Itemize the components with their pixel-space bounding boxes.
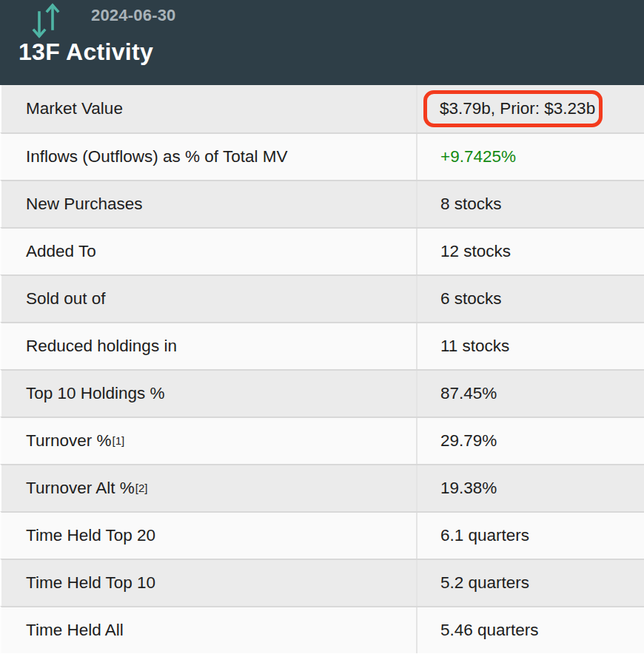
table-row-time-held-top10: Time Held Top 10 5.2 quarters (0, 559, 644, 606)
table-row-inflows: Inflows (Outflows) as % of Total MV +9.7… (0, 132, 644, 180)
row-value: 12 stocks (417, 229, 644, 274)
activity-table: Market Value $3.79b, Prior: $3.23b Inflo… (0, 85, 644, 653)
row-value: 5.46 quarters (417, 607, 644, 653)
table-row-time-held-all: Time Held All 5.46 quarters (0, 606, 644, 653)
row-label: Time Held Top 20 (1, 513, 417, 559)
row-label-text: Turnover Alt % (26, 479, 135, 498)
row-label: Market Value (1, 85, 417, 132)
row-label: Time Held Top 10 (1, 560, 417, 606)
table-row-market-value: Market Value $3.79b, Prior: $3.23b (0, 85, 644, 132)
row-value: 6 stocks (417, 276, 644, 322)
row-value: 6.1 quarters (417, 513, 644, 559)
row-value: $3.79b, Prior: $3.23b (417, 85, 644, 132)
row-label: Time Held All (1, 607, 417, 653)
table-row-turnover-alt-pct: Turnover Alt %[2] 19.38% (0, 464, 644, 511)
table-row-time-held-top20: Time Held Top 20 6.1 quarters (0, 511, 644, 559)
row-label: Added To (1, 229, 417, 274)
table-row-sold-out-of: Sold out of 6 stocks (0, 274, 644, 322)
sort-toggle-button[interactable] (28, 1, 64, 40)
table-row-new-purchases: New Purchases 8 stocks (0, 180, 644, 227)
table-row-added-to: Added To 12 stocks (0, 227, 644, 274)
row-label: Sold out of (1, 276, 417, 322)
table-row-top10-holdings-pct: Top 10 Holdings % 87.45% (0, 369, 644, 417)
market-value-text: $3.79b, Prior: $3.23b (440, 99, 595, 118)
row-label: Turnover Alt %[2] (1, 465, 417, 511)
row-label: Turnover %[1] (1, 418, 417, 464)
panel-header: 2024-06-30 13F Activity (0, 0, 644, 85)
highlight-annotation-box: $3.79b, Prior: $3.23b (423, 90, 603, 127)
row-label: Reduced holdings in (1, 323, 417, 369)
row-value: 11 stocks (417, 323, 644, 369)
report-date[interactable]: 2024-06-30 (91, 6, 176, 25)
row-label: New Purchases (1, 181, 417, 227)
table-row-reduced-holdings: Reduced holdings in 11 stocks (0, 322, 644, 369)
row-value: 87.45% (417, 371, 644, 417)
row-value: 8 stocks (417, 181, 644, 227)
row-value: 29.79% (417, 418, 644, 464)
table-row-turnover-pct: Turnover %[1] 29.79% (0, 417, 644, 464)
row-label: Top 10 Holdings % (1, 371, 417, 417)
panel-title: 13F Activity (19, 38, 153, 66)
row-value: 5.2 quarters (417, 560, 644, 606)
13f-activity-panel: 2024-06-30 13F Activity Market Value $3.… (0, 0, 644, 654)
row-value: +9.7425% (417, 134, 644, 180)
row-label: Inflows (Outflows) as % of Total MV (1, 134, 417, 180)
row-value: 19.38% (417, 465, 644, 511)
row-label-text: Turnover % (26, 431, 111, 451)
